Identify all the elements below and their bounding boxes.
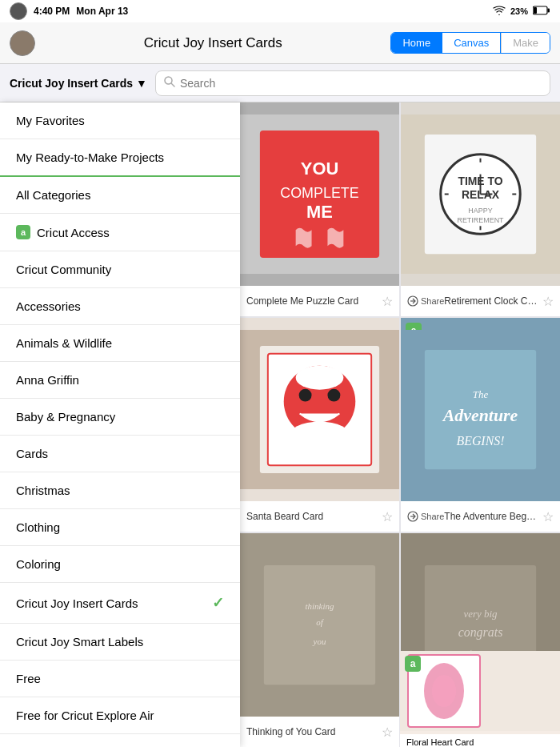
dropdown-item-accessories[interactable]: Accessories	[0, 288, 240, 325]
dropdown-label-cricut-joy-insert: Cricut Joy Insert Cards	[16, 596, 138, 610]
svg-point-32	[327, 389, 340, 402]
dropdown-item-smart-labels[interactable]: Cricut Joy Smart Labels	[0, 624, 240, 661]
svg-text:congrats: congrats	[458, 625, 503, 640]
svg-point-30	[296, 366, 344, 390]
nav-bar: Cricut Joy Insert Cards Home Canvas Make	[0, 22, 560, 64]
dropdown-label-ready-to-make: My Ready-to-Make Projects	[16, 151, 164, 164]
dropdown-item-ready-to-make[interactable]: My Ready-to-Make Projects	[0, 139, 240, 177]
dropdown-item-all-categories[interactable]: All Categories	[0, 177, 240, 214]
search-input[interactable]	[180, 77, 542, 90]
card-retirement-image: TIME TO RELAX HAPPY RETIREMENT	[401, 102, 560, 286]
dropdown-item-cricut-access[interactable]: a Cricut Access	[0, 214, 240, 251]
dropdown-item-favorites[interactable]: My Favorites	[0, 102, 240, 139]
dropdown-label-cricut-access: Cricut Access	[37, 226, 110, 239]
dropdown-item-christmas[interactable]: Christmas	[0, 472, 240, 509]
user-avatar[interactable]	[10, 30, 35, 56]
home-button[interactable]: Home	[391, 33, 442, 53]
dropdown-item-anna-griffin[interactable]: Anna Griffin	[0, 362, 240, 399]
card-thinking: thinking of you Thinking of You Card ☆	[240, 533, 399, 747]
svg-text:ME: ME	[306, 202, 333, 222]
dropdown-label-smart-labels: Cricut Joy Smart Labels	[16, 635, 143, 649]
cricut-access-badge-floral: a	[405, 656, 421, 672]
card-santa-title: Santa Beard Card	[246, 511, 377, 522]
floral-svg	[400, 651, 560, 731]
dropdown-label-accessories: Accessories	[16, 299, 81, 313]
card-puzzle-title: Complete Me Puzzle Card	[246, 295, 377, 307]
card-adventure-footer: Share The Adventure Begins Card ☆	[401, 501, 560, 532]
card-santa-image	[240, 318, 399, 501]
card-santa: Santa Beard Card ☆	[240, 318, 399, 532]
thinking-svg: thinking of you	[240, 533, 399, 717]
svg-text:BEGINS!: BEGINS!	[456, 434, 504, 448]
dropdown-label-anna-griffin: Anna Griffin	[16, 373, 79, 387]
card-adventure-share[interactable]: Share	[407, 511, 444, 522]
card-puzzle-image: YOU COMPLETE ME	[240, 102, 399, 286]
card-thinking-title: Thinking of You Card	[246, 726, 377, 737]
card-thinking-favorite[interactable]: ☆	[382, 725, 393, 740]
svg-point-53	[432, 675, 456, 707]
nav-buttons: Home Canvas Make	[390, 32, 550, 54]
svg-rect-2	[534, 7, 537, 14]
dropdown-label-all-categories: All Categories	[16, 188, 90, 202]
retirement-svg: TIME TO RELAX HAPPY RETIREMENT	[401, 102, 560, 286]
status-right: 23%	[493, 6, 550, 17]
dropdown-label-cards: Cards	[16, 447, 48, 460]
dropdown-label-animals: Animals & Wildlife	[16, 336, 112, 350]
dropdown-label-favorites: My Favorites	[16, 114, 85, 127]
card-retirement-footer: Share Retirement Clock Card ☆	[401, 286, 560, 316]
card-thinking-footer: Thinking of You Card ☆	[240, 717, 399, 747]
nav-title: Cricut Joy Insert Cards	[43, 35, 382, 51]
card-adventure: a The Adventure BEGINS! Share The Advent…	[401, 318, 560, 532]
dropdown-label-coloring: Coloring	[16, 557, 61, 571]
card-retirement: TIME TO RELAX HAPPY RETIREMENT Share	[401, 102, 560, 316]
dropdown-label-free: Free	[16, 672, 41, 685]
battery-icon	[533, 6, 550, 17]
dropdown-item-free-explore-air[interactable]: Free for Cricut Explore Air	[0, 697, 240, 734]
avatar	[10, 2, 27, 20]
dropdown-item-animals[interactable]: Animals & Wildlife	[0, 325, 240, 362]
card-puzzle-favorite[interactable]: ☆	[382, 294, 393, 309]
svg-text:The: The	[473, 388, 489, 400]
card-retirement-title: Retirement Clock Card	[444, 295, 538, 307]
dropdown-label-free-explore-air: Free for Cricut Explore Air	[16, 709, 154, 722]
svg-text:Adventure: Adventure	[442, 405, 518, 425]
card-adventure-favorite[interactable]: ☆	[542, 509, 554, 524]
svg-text:COMPLETE: COMPLETE	[280, 185, 359, 201]
santa-svg	[240, 318, 399, 501]
status-left: 4:40 PM Mon Apr 13	[10, 2, 128, 20]
card-adventure-image: a The Adventure BEGINS!	[401, 318, 560, 501]
svg-text:HAPPY: HAPPY	[468, 207, 492, 215]
card-santa-favorite[interactable]: ☆	[382, 509, 393, 524]
card-floral-partial: a Floral Heart Card	[400, 651, 560, 747]
status-day: Mon Apr 13	[76, 6, 128, 17]
card-santa-footer: Santa Beard Card ☆	[240, 501, 399, 532]
svg-text:very big: very big	[464, 608, 498, 620]
dropdown-item-free-explore-air2[interactable]: Free for Cricut Explore Air 2	[0, 734, 240, 747]
status-bar: 4:40 PM Mon Apr 13 23%	[0, 0, 560, 22]
dropdown-label-community: Cricut Community	[16, 263, 111, 276]
dropdown-item-coloring[interactable]: Coloring	[0, 546, 240, 583]
dropdown-item-free[interactable]: Free	[0, 661, 240, 697]
puzzle-svg: YOU COMPLETE ME	[240, 102, 399, 286]
svg-point-31	[299, 389, 312, 402]
dropdown-item-community[interactable]: Cricut Community	[0, 251, 240, 288]
card-retirement-share[interactable]: Share	[407, 295, 444, 307]
card-retirement-favorite[interactable]: ☆	[542, 294, 554, 309]
dropdown-label-clothing: Clothing	[16, 520, 60, 534]
search-bar[interactable]	[155, 70, 550, 96]
dropdown-item-cricut-joy-insert[interactable]: Cricut Joy Insert Cards ✓	[0, 583, 240, 624]
dropdown-item-clothing[interactable]: Clothing	[0, 509, 240, 546]
cricut-access-item-left: a Cricut Access	[16, 225, 110, 239]
dropdown-item-baby[interactable]: Baby & Pregnancy	[0, 399, 240, 436]
card-adventure-title: The Adventure Begins Card	[444, 511, 538, 522]
dropdown-item-cards[interactable]: Cards	[0, 436, 240, 472]
svg-text:YOU: YOU	[301, 159, 338, 179]
card-floral-title-partial: Floral Heart Card	[400, 734, 560, 747]
dropdown-label-baby: Baby & Pregnancy	[16, 410, 115, 424]
svg-text:you: you	[313, 637, 326, 646]
category-selector[interactable]: Cricut Joy Insert Cards ▼	[10, 77, 147, 90]
svg-text:RETIREMENT: RETIREMENT	[457, 216, 504, 224]
canvas-button[interactable]: Canvas	[442, 33, 501, 53]
svg-text:thinking: thinking	[306, 601, 334, 611]
svg-point-29	[288, 421, 352, 453]
